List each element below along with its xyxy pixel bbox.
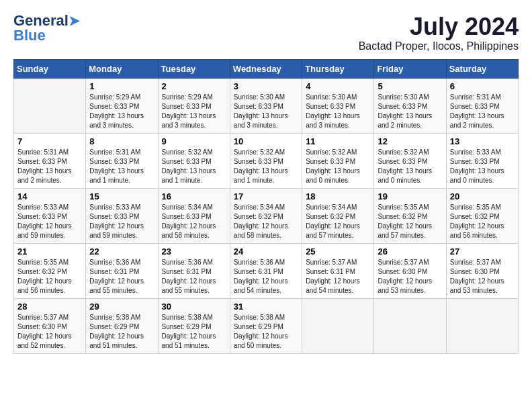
day-number: 6 (450, 81, 515, 91)
day-info: Sunrise: 5:35 AM Sunset: 6:32 PM Dayligh… (450, 203, 515, 240)
logo-bird-icon: ➤ (69, 13, 80, 28)
day-number: 8 (89, 136, 154, 146)
day-number: 22 (89, 246, 154, 257)
day-number: 14 (17, 191, 82, 201)
day-info: Sunrise: 5:30 AM Sunset: 6:33 PM Dayligh… (306, 93, 370, 130)
calendar-cell: 28Sunrise: 5:37 AM Sunset: 6:30 PM Dayli… (14, 298, 86, 353)
day-info: Sunrise: 5:33 AM Sunset: 6:33 PM Dayligh… (89, 203, 154, 240)
calendar-week-2: 7Sunrise: 5:31 AM Sunset: 6:33 PM Daylig… (14, 133, 519, 188)
calendar-cell (14, 78, 86, 133)
day-number: 3 (234, 81, 298, 91)
calendar-cell: 19Sunrise: 5:35 AM Sunset: 6:32 PM Dayli… (374, 188, 446, 243)
day-number: 31 (234, 302, 298, 312)
calendar-cell (374, 298, 446, 353)
day-number: 13 (450, 136, 515, 146)
calendar-cell: 17Sunrise: 5:34 AM Sunset: 6:32 PM Dayli… (230, 188, 302, 243)
day-number: 7 (17, 136, 82, 146)
day-info: Sunrise: 5:32 AM Sunset: 6:33 PM Dayligh… (306, 148, 370, 185)
calendar-cell: 24Sunrise: 5:36 AM Sunset: 6:31 PM Dayli… (230, 243, 302, 298)
day-info: Sunrise: 5:37 AM Sunset: 6:30 PM Dayligh… (450, 258, 515, 295)
day-info: Sunrise: 5:30 AM Sunset: 6:33 PM Dayligh… (378, 93, 442, 130)
day-number: 5 (378, 81, 442, 91)
calendar-cell: 25Sunrise: 5:37 AM Sunset: 6:31 PM Dayli… (302, 243, 374, 298)
calendar-cell: 21Sunrise: 5:35 AM Sunset: 6:32 PM Dayli… (14, 243, 86, 298)
day-number: 21 (17, 246, 82, 257)
day-number: 10 (234, 136, 298, 146)
day-info: Sunrise: 5:38 AM Sunset: 6:29 PM Dayligh… (234, 313, 298, 351)
day-number: 30 (162, 302, 226, 312)
calendar-cell: 29Sunrise: 5:38 AM Sunset: 6:29 PM Dayli… (86, 298, 158, 353)
day-number: 20 (450, 191, 515, 201)
day-number: 17 (234, 191, 298, 201)
title-block: July 2024 Bactad Proper, Ilocos, Philipp… (359, 13, 519, 52)
day-info: Sunrise: 5:31 AM Sunset: 6:33 PM Dayligh… (17, 148, 82, 185)
header-row: SundayMondayTuesdayWednesdayThursdayFrid… (14, 59, 519, 78)
page-header: General➤ Blue July 2024 Bactad Proper, I… (13, 13, 519, 52)
calendar-cell: 26Sunrise: 5:37 AM Sunset: 6:30 PM Dayli… (374, 243, 446, 298)
day-number: 1 (89, 81, 154, 91)
day-info: Sunrise: 5:34 AM Sunset: 6:32 PM Dayligh… (234, 203, 298, 240)
calendar-cell: 30Sunrise: 5:38 AM Sunset: 6:29 PM Dayli… (158, 298, 230, 353)
calendar-cell: 2Sunrise: 5:29 AM Sunset: 6:33 PM Daylig… (158, 78, 230, 133)
day-info: Sunrise: 5:30 AM Sunset: 6:33 PM Dayligh… (234, 93, 298, 130)
header-thursday: Thursday (302, 59, 374, 78)
calendar-cell: 15Sunrise: 5:33 AM Sunset: 6:33 PM Dayli… (86, 188, 158, 243)
day-number: 12 (378, 136, 442, 146)
day-number: 19 (378, 191, 442, 201)
location-title: Bactad Proper, Ilocos, Philippines (359, 40, 519, 52)
day-info: Sunrise: 5:35 AM Sunset: 6:32 PM Dayligh… (378, 203, 442, 240)
calendar-cell: 6Sunrise: 5:31 AM Sunset: 6:33 PM Daylig… (446, 78, 518, 133)
month-year-title: July 2024 (359, 13, 519, 40)
day-info: Sunrise: 5:37 AM Sunset: 6:30 PM Dayligh… (378, 258, 442, 295)
day-number: 27 (450, 246, 515, 257)
day-number: 29 (89, 302, 154, 312)
calendar-cell: 3Sunrise: 5:30 AM Sunset: 6:33 PM Daylig… (230, 78, 302, 133)
calendar-cell: 20Sunrise: 5:35 AM Sunset: 6:32 PM Dayli… (446, 188, 518, 243)
calendar-week-3: 14Sunrise: 5:33 AM Sunset: 6:33 PM Dayli… (14, 188, 519, 243)
day-info: Sunrise: 5:33 AM Sunset: 6:33 PM Dayligh… (17, 203, 82, 240)
day-info: Sunrise: 5:34 AM Sunset: 6:32 PM Dayligh… (306, 203, 370, 240)
calendar-cell: 11Sunrise: 5:32 AM Sunset: 6:33 PM Dayli… (302, 133, 374, 188)
calendar-cell: 9Sunrise: 5:32 AM Sunset: 6:33 PM Daylig… (158, 133, 230, 188)
day-info: Sunrise: 5:29 AM Sunset: 6:33 PM Dayligh… (89, 93, 154, 130)
calendar-cell: 5Sunrise: 5:30 AM Sunset: 6:33 PM Daylig… (374, 78, 446, 133)
day-info: Sunrise: 5:36 AM Sunset: 6:31 PM Dayligh… (234, 258, 298, 295)
day-number: 18 (306, 191, 370, 201)
day-info: Sunrise: 5:32 AM Sunset: 6:33 PM Dayligh… (234, 148, 298, 185)
calendar-week-5: 28Sunrise: 5:37 AM Sunset: 6:30 PM Dayli… (14, 298, 519, 353)
header-monday: Monday (86, 59, 158, 78)
calendar-cell: 27Sunrise: 5:37 AM Sunset: 6:30 PM Dayli… (446, 243, 518, 298)
day-info: Sunrise: 5:32 AM Sunset: 6:33 PM Dayligh… (378, 148, 442, 185)
calendar-cell: 1Sunrise: 5:29 AM Sunset: 6:33 PM Daylig… (86, 78, 158, 133)
calendar-cell: 31Sunrise: 5:38 AM Sunset: 6:29 PM Dayli… (230, 298, 302, 353)
calendar-cell: 8Sunrise: 5:31 AM Sunset: 6:33 PM Daylig… (86, 133, 158, 188)
logo-blue: Blue (13, 28, 46, 43)
calendar-cell: 4Sunrise: 5:30 AM Sunset: 6:33 PM Daylig… (302, 78, 374, 133)
calendar-cell: 12Sunrise: 5:32 AM Sunset: 6:33 PM Dayli… (374, 133, 446, 188)
header-friday: Friday (374, 59, 446, 78)
header-sunday: Sunday (14, 59, 86, 78)
header-saturday: Saturday (446, 59, 518, 78)
header-tuesday: Tuesday (158, 59, 230, 78)
day-number: 24 (234, 246, 298, 257)
day-number: 28 (17, 302, 82, 312)
day-info: Sunrise: 5:38 AM Sunset: 6:29 PM Dayligh… (89, 313, 154, 351)
day-info: Sunrise: 5:36 AM Sunset: 6:31 PM Dayligh… (162, 258, 226, 295)
day-info: Sunrise: 5:33 AM Sunset: 6:33 PM Dayligh… (450, 148, 515, 185)
day-info: Sunrise: 5:29 AM Sunset: 6:33 PM Dayligh… (162, 93, 226, 130)
day-number: 15 (89, 191, 154, 201)
calendar-cell (302, 298, 374, 353)
day-info: Sunrise: 5:31 AM Sunset: 6:33 PM Dayligh… (450, 93, 515, 130)
day-info: Sunrise: 5:36 AM Sunset: 6:31 PM Dayligh… (89, 258, 154, 295)
day-info: Sunrise: 5:37 AM Sunset: 6:31 PM Dayligh… (306, 258, 370, 295)
logo: General➤ Blue (13, 13, 80, 43)
calendar-cell: 13Sunrise: 5:33 AM Sunset: 6:33 PM Dayli… (446, 133, 518, 188)
day-info: Sunrise: 5:34 AM Sunset: 6:33 PM Dayligh… (162, 203, 226, 240)
day-number: 4 (306, 81, 370, 91)
day-number: 9 (162, 136, 226, 146)
day-number: 26 (378, 246, 442, 257)
day-number: 16 (162, 191, 226, 201)
day-info: Sunrise: 5:38 AM Sunset: 6:29 PM Dayligh… (162, 313, 226, 351)
calendar-cell: 16Sunrise: 5:34 AM Sunset: 6:33 PM Dayli… (158, 188, 230, 243)
calendar-week-1: 1Sunrise: 5:29 AM Sunset: 6:33 PM Daylig… (14, 78, 519, 133)
